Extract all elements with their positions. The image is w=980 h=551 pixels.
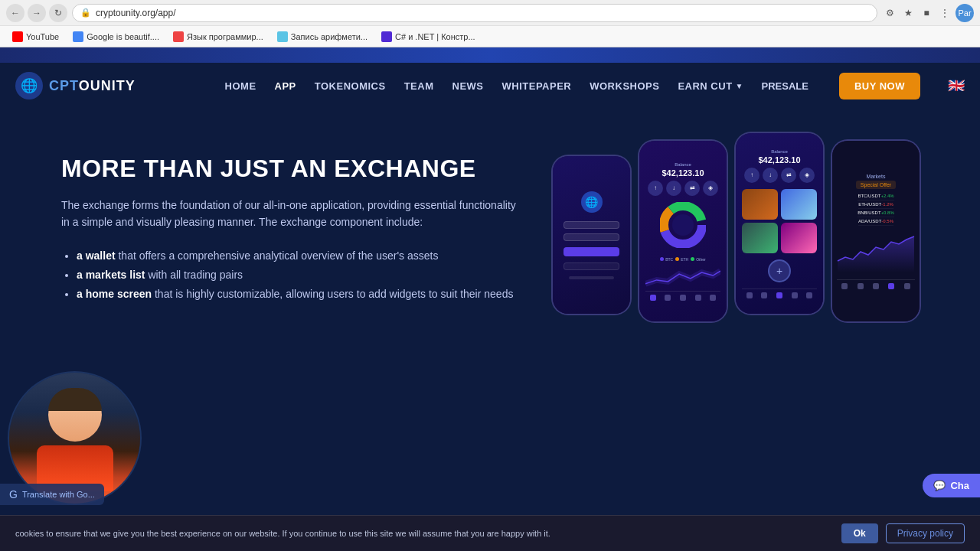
- buy-now-button[interactable]: BUY NOW: [839, 73, 920, 99]
- pie-legend-btc: BTC: [660, 257, 673, 262]
- phone4-special-offer: Special Offer: [856, 181, 896, 189]
- swap-icon: ⇄: [684, 181, 700, 196]
- other-dot: [691, 257, 694, 261]
- language-flag-icon[interactable]: 🇬🇧: [948, 77, 965, 94]
- bookmark-cs-label: C# и .NET | Констр...: [395, 32, 475, 41]
- chat-bubble[interactable]: 💬 Cha: [923, 474, 980, 497]
- bookmarks-bar: YouTube Google is beautif.... Язык прогр…: [0, 25, 980, 47]
- feature-wallet-bold: a wallet: [77, 249, 116, 262]
- cookie-ok-button[interactable]: Ok: [841, 523, 878, 543]
- phone-mockups-section: 🌐 Balance $42,123.10 ↑ ↓ ⇄: [551, 132, 921, 323]
- left-section: MORE THAN JUST AN EXCHANGE The exchange …: [61, 139, 521, 304]
- phone4-nav-5: [904, 283, 910, 289]
- translate-label: Translate with Go...: [22, 490, 95, 499]
- translate-badge[interactable]: G Translate with Go...: [0, 484, 104, 505]
- back-button[interactable]: ←: [6, 4, 24, 22]
- extensions-icon[interactable]: ⚙: [882, 5, 897, 21]
- phone4-nav-1: [841, 283, 848, 289]
- nav-whitepaper[interactable]: WHITEPAPER: [502, 80, 572, 92]
- phone-login-mockup: 🌐: [551, 155, 632, 315]
- nft-card-3: [742, 223, 778, 253]
- menu-icon[interactable]: ⋮: [937, 5, 952, 21]
- nav-team[interactable]: TEAM: [404, 80, 434, 92]
- send-icon: ↑: [648, 181, 663, 196]
- logo[interactable]: 🌐 CPTOUNITY: [15, 72, 136, 99]
- nav-earn-cut[interactable]: EARN CUT ▼: [678, 80, 743, 92]
- phone-balance-label: Balance: [675, 162, 691, 167]
- feature-wallet-text: that offers a comprehensive analytical o…: [116, 249, 439, 262]
- reload-button[interactable]: ↻: [49, 4, 67, 22]
- trading-coin-ada: ADA/USDT: [858, 219, 881, 223]
- top-banner: [0, 47, 980, 63]
- trading-price-bnb: +0.8%: [881, 210, 894, 215]
- forward-button[interactable]: →: [28, 4, 46, 22]
- address-bar[interactable]: 🔒 cryptounity.org/app/: [72, 4, 877, 22]
- trading-row-ada: ADA/USDT -0.5%: [858, 217, 893, 226]
- trading-price-ada: -0.5%: [881, 219, 893, 223]
- cs-favicon: [381, 31, 392, 42]
- trading-row-bnb: BNB/USDT +0.8%: [858, 209, 894, 217]
- phone3-nav-3: [776, 292, 782, 298]
- receive-icon: ↓: [666, 181, 681, 196]
- feature-markets-text: with all trading pairs: [145, 269, 243, 281]
- phone3-nav-5: [806, 292, 812, 298]
- phone3-action-icons: ↑ ↓ ⇄ ◈: [744, 168, 815, 183]
- translate-icon: G: [9, 488, 18, 500]
- phone-password-field: [564, 233, 619, 241]
- bookmark-google[interactable]: Google is beautif....: [67, 30, 165, 44]
- pie-legend-other: Other: [691, 257, 706, 262]
- cookie-policy-button[interactable]: Privacy policy: [886, 523, 965, 543]
- trading-coin-btc: BTC/USDT: [858, 194, 880, 198]
- phone-google-button: [564, 262, 619, 270]
- trading-row-btc: BTC/USDT +2.4%: [858, 192, 893, 201]
- person-head: [48, 388, 102, 442]
- eth-label: ETH: [681, 257, 688, 262]
- logo-icon: 🌐: [15, 72, 43, 99]
- bookmark-record[interactable]: Запись арифмети...: [271, 30, 374, 44]
- browser-chrome: ← → ↻ 🔒 cryptounity.org/app/ ⚙ ★ ■ ⋮ Par…: [0, 0, 980, 47]
- phone3-swap-icon: ⇄: [781, 168, 796, 183]
- feature-homescreen-bold: a home screen: [77, 288, 152, 300]
- trading-price-eth: -1.2%: [881, 202, 893, 207]
- bookmark-star-icon[interactable]: ★: [900, 5, 916, 21]
- bookmark-cs[interactable]: C# и .NET | Констр...: [375, 30, 482, 44]
- phone-email-field: [564, 221, 619, 229]
- main-content: MORE THAN JUST AN EXCHANGE The exchange …: [0, 109, 980, 551]
- features-list: a wallet that offers a comprehensive ana…: [61, 246, 521, 305]
- phone3-bottom-nav: [742, 289, 817, 298]
- bookmark-lang[interactable]: Язык программир...: [167, 30, 270, 44]
- phone-trading-screen: Markets Special Offer BTC/USDT +2.4% ETH…: [832, 141, 920, 321]
- nav-presale[interactable]: PRESALE: [761, 80, 808, 92]
- person-hair: [48, 388, 102, 411]
- url-text: cryptounity.org/app/: [96, 8, 176, 18]
- profile-avatar[interactable]: Par: [956, 4, 974, 22]
- nft-card-4: [781, 223, 817, 253]
- phone3-nav-1: [746, 292, 753, 298]
- phone-create-account-link: [569, 276, 615, 279]
- cookie-text: cookies to ensure that we give you the b…: [15, 529, 834, 538]
- eth-dot: [675, 257, 679, 261]
- nav-home[interactable]: HOME: [225, 80, 256, 92]
- bottom-nav-wallet: [665, 295, 671, 301]
- puzzle-icon[interactable]: ■: [919, 5, 934, 21]
- bookmark-youtube-label: YouTube: [26, 32, 59, 41]
- phone-action-icons: ↑ ↓ ⇄ ◈: [648, 181, 718, 196]
- browser-right-icons: ⚙ ★ ■ ⋮ Par: [882, 4, 974, 22]
- analytics-icon: ◈: [703, 181, 718, 196]
- nav-news[interactable]: NEWS: [452, 80, 484, 92]
- main-description: The exchange forms the foundation of our…: [61, 197, 521, 231]
- phone-balance-amount: $42,123.10: [662, 168, 704, 178]
- trading-chart: [837, 230, 915, 276]
- phone4-markets-label: Markets: [867, 174, 886, 179]
- feature-homescreen-text: that is highly customizable, allowing us…: [152, 288, 513, 300]
- feature-markets: a markets list with all trading pairs: [77, 266, 521, 285]
- center-button: +: [768, 259, 791, 282]
- nav-workshops[interactable]: WORKSHOPS: [590, 80, 659, 92]
- feature-homescreen: a home screen that is highly customizabl…: [77, 285, 521, 304]
- nav-app[interactable]: APP: [275, 80, 296, 92]
- btc-label: BTC: [665, 257, 673, 262]
- btc-dot: [660, 257, 664, 261]
- bookmark-youtube[interactable]: YouTube: [6, 30, 65, 44]
- bottom-nav-markets: [680, 295, 686, 301]
- nav-tokenomics[interactable]: TOKENOMICS: [315, 80, 386, 92]
